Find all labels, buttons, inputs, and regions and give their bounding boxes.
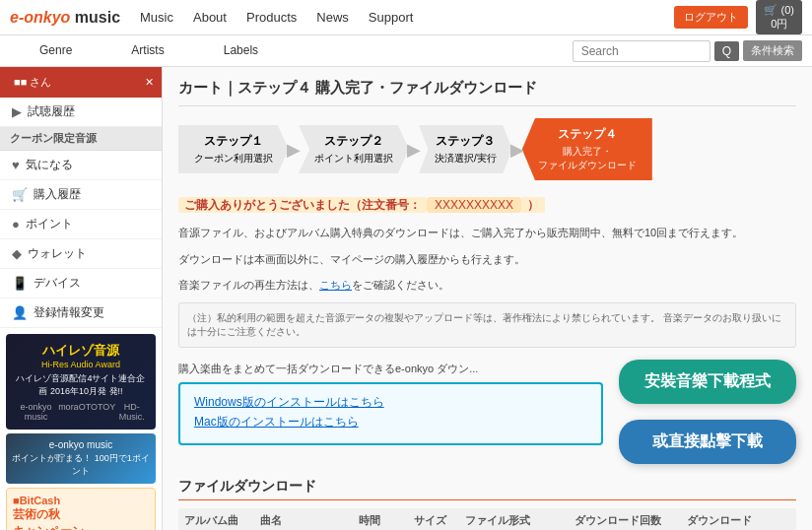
sidebar-item-wallet[interactable]: ◆ ウォレット — [0, 239, 162, 269]
store-link-3[interactable]: OTOTOY — [79, 402, 116, 422]
sub-nav-tabs: Genre Artists Labels — [10, 37, 573, 65]
sidebar-points-label: ポイント — [26, 216, 73, 232]
sidebar-wallet-label: ウォレット — [28, 245, 87, 262]
nav-products[interactable]: Products — [246, 10, 297, 25]
col-count: ダウンロード回数 — [569, 508, 682, 530]
search-input[interactable] — [573, 40, 710, 62]
thankyou-message: ご購入ありがとうございました（注文番号：XXXXXXXXXX） — [178, 196, 796, 214]
cart-price: 0円 — [771, 18, 787, 31]
logout-button[interactable]: ログアウト — [674, 6, 748, 29]
sidebar-purchase-label: 購入履歴 — [34, 186, 81, 203]
logo: e-onkyo music — [10, 9, 120, 27]
step2-label: ポイント利用選択 — [314, 152, 393, 166]
hires-desc: ハイレゾ音源配信4サイト連合企画 2016年10月発 発!! — [14, 372, 148, 398]
step2-num: ステップ２ — [314, 133, 393, 150]
note: （注）私的利用の範囲を超えた音源データの複製やアップロード等は、著作権法により禁… — [178, 302, 796, 348]
tab-labels[interactable]: Labels — [194, 37, 288, 65]
desc2: ダウンロードは本画面以外に、マイページの購入履歴からも行えます。 — [178, 250, 796, 269]
cart-icon: 🛒 (0) — [764, 4, 794, 17]
installer-section: 購入楽曲をまとめて一括ダウンロードできるe-onkyo ダウン... Windo… — [178, 360, 603, 464]
search-button[interactable]: Q — [714, 41, 739, 61]
steps: ステップ１ クーポン利用選択 ▶ ステップ２ ポイント利用選択 ▶ ステップ３ … — [178, 118, 796, 180]
tab-genre[interactable]: Genre — [10, 37, 102, 65]
header-right: ログアウト 🛒 (0) 0円 — [674, 0, 802, 33]
link-here[interactable]: こちら — [319, 279, 352, 291]
sidebar-section-coupon: クーポン限定音源 — [0, 127, 162, 151]
points-icon: ● — [12, 217, 20, 232]
sidebar-item-points[interactable]: ● ポイント — [0, 210, 162, 239]
cart-button[interactable]: 🛒 (0) 0円 — [756, 0, 802, 33]
step-3: ステップ３ 決済選択/実行 — [419, 125, 512, 173]
history-icon: ▶ — [12, 104, 22, 119]
step3-label: 決済選択/実行 — [435, 152, 497, 166]
device-icon: 📱 — [12, 276, 28, 291]
nav-support[interactable]: Support — [369, 10, 414, 25]
nav-links: Music About Products News Support — [140, 10, 674, 25]
sidebar-item-favorites[interactable]: ♥ 気になる — [0, 151, 162, 180]
eonkyo-banner[interactable]: e-onkyo music ポイントが貯まる！ 100円で1ポイント — [6, 433, 156, 484]
sidebar-favorites-label: 気になる — [26, 157, 73, 173]
header: e-onkyo music Music About Products News … — [0, 0, 812, 35]
store-link-2[interactable]: mora — [58, 402, 79, 422]
installer-windows-link[interactable]: Windows版のインストールはこちら — [194, 394, 587, 411]
content: カート｜ステップ４ 購入完了・ファイルダウンロード ステップ１ クーポン利用選択… — [163, 67, 812, 530]
installer-desc: 購入楽曲をまとめて一括ダウンロードできるe-onkyo ダウン... — [178, 360, 603, 378]
hires-sub: Hi-Res Audio Award — [14, 360, 148, 369]
tab-artists[interactable]: Artists — [102, 37, 193, 65]
step3-num: ステップ３ — [435, 133, 497, 150]
bitcash-banner[interactable]: ■BitCash 芸術の秋キャンペーン 1200系 500円 当たる！ 2016… — [6, 488, 156, 530]
store-link-4[interactable]: HD-Music. — [115, 402, 148, 422]
sidebar: ■■ さん ✕ ▶ 試聴履歴 クーポン限定音源 ♥ 気になる 🛒 購入履歴 ● … — [0, 67, 163, 530]
hires-banner: ハイレゾ音源 Hi-Res Audio Award ハイレゾ音源配信4サイト連合… — [6, 334, 156, 430]
installer-mac-link[interactable]: Mac版のインストールはこちら — [194, 414, 587, 431]
sidebar-device-label: デバイス — [34, 275, 81, 292]
installer-box: Windows版のインストールはこちら Mac版のインストールはこちら — [178, 382, 603, 445]
sidebar-item-profile[interactable]: 👤 登録情報変更 — [0, 298, 162, 328]
col-format: ファイル形式 — [459, 508, 569, 530]
hires-title: ハイレゾ音源 — [14, 342, 148, 360]
sidebar-item-purchase-history[interactable]: 🛒 購入履歴 — [0, 180, 162, 210]
step1-label: クーポン利用選択 — [194, 152, 273, 166]
sub-nav: Genre Artists Labels Q 条件検索 — [0, 35, 812, 67]
eonkyo-banner-sub: ポイントが貯まる！ 100円で1ポイント — [12, 452, 150, 478]
main: ■■ さん ✕ ▶ 試聴履歴 クーポン限定音源 ♥ 気になる 🛒 購入履歴 ● … — [0, 67, 812, 530]
download-table: アルバム曲 曲名 時間 サイズ ファイル形式 ダウンロード回数 ダウンロード 1… — [178, 508, 796, 530]
callout-bubbles: 安裝音樂下載程式 或直接點擊下載 — [619, 360, 796, 464]
step4-label: 購入完了・ ファイルダウンロード — [538, 145, 637, 172]
arrow-2: ▶ — [407, 139, 421, 161]
step-2: ステップ２ ポイント利用選択 — [299, 125, 409, 173]
order-number: XXXXXXXXXX — [427, 197, 521, 213]
sidebar-user: ■■ さん ✕ — [0, 67, 162, 98]
advanced-search-button[interactable]: 条件検索 — [743, 40, 802, 61]
heart-icon: ♥ — [12, 158, 20, 172]
eonkyo-banner-title: e-onkyo music — [12, 439, 150, 450]
nav-music[interactable]: Music — [140, 10, 173, 25]
step1-num: ステップ１ — [194, 133, 273, 150]
page-title: カート｜ステップ４ 購入完了・ファイルダウンロード — [178, 79, 796, 106]
profile-icon: 👤 — [12, 305, 28, 320]
cart-small-icon: 🛒 — [12, 187, 28, 202]
callout-bubble-2: 或直接點擊下載 — [619, 420, 796, 464]
sidebar-settings-icon[interactable]: ✕ — [145, 76, 154, 89]
sidebar-item-history[interactable]: ▶ 試聴履歴 — [0, 98, 162, 127]
search-area: Q 条件検索 — [573, 40, 802, 62]
col-album: アルバム曲 — [178, 508, 254, 530]
callout-bubble-1: 安裝音樂下載程式 — [619, 360, 796, 404]
sidebar-banner-hires: ハイレゾ音源 Hi-Res Audio Award ハイレゾ音源配信4サイト連合… — [0, 328, 162, 530]
store-links: e-onkyo music mora OTOTOY HD-Music. — [14, 402, 148, 422]
col-download: ダウンロード — [681, 508, 796, 530]
nav-news[interactable]: News — [316, 10, 349, 25]
user-label: ■■ さん — [8, 73, 57, 92]
col-title: 曲名 — [254, 508, 354, 530]
step-4: ステップ４ 購入完了・ ファイルダウンロード — [522, 118, 652, 180]
desc1: 音源ファイル、およびアルバム購入特典のダウンロードは、ご購入完了から販売期間中、… — [178, 224, 796, 242]
store-link-1[interactable]: e-onkyo music — [14, 402, 58, 422]
wallet-icon: ◆ — [12, 246, 22, 261]
arrow-1: ▶ — [287, 139, 301, 161]
desc3: 音楽ファイルの再生方法は、こちらをご確認ください。 — [178, 276, 796, 295]
sidebar-item-device[interactable]: 📱 デバイス — [0, 269, 162, 298]
sidebar-profile-label: 登録情報変更 — [34, 304, 104, 321]
download-section-title: ファイルダウンロード — [178, 478, 796, 500]
nav-about[interactable]: About — [193, 10, 227, 25]
col-time: 時間 — [353, 508, 408, 530]
